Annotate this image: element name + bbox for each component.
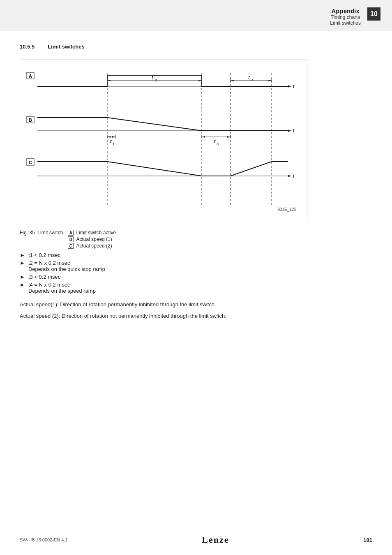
svg-text:B: B (29, 118, 32, 123)
svg-marker-40 (227, 136, 231, 138)
legend-label-a: Limit switch active (76, 230, 116, 236)
bullet-arrow-1: ► (20, 252, 25, 258)
paragraph-1: Actual speed(1): Direction of rotation p… (20, 301, 372, 309)
svg-text:t: t (293, 173, 295, 179)
footer-version: SW-HB 13.0002-EN 4.1 (20, 537, 68, 542)
svg-text:2: 2 (155, 78, 157, 82)
svg-text:4: 4 (251, 78, 254, 82)
svg-text:1: 1 (113, 142, 115, 146)
section-title: Limit switches (48, 44, 85, 50)
figure-caption: Fig. 35 Limit switch A Limit switch acti… (20, 230, 372, 249)
figure-legend: A Limit switch active B Actual speed (1)… (68, 230, 116, 249)
svg-marker-39 (202, 136, 205, 138)
legend-item-a: A Limit switch active (68, 230, 116, 236)
svg-text:3: 3 (217, 142, 219, 146)
svg-marker-10 (198, 80, 202, 81)
timing-bullets: ► t1 < 0.2 msec ► t2 = N x 0.2 msec Depe… (20, 252, 372, 294)
timing-chart-svg: A t t 2 t 4 (25, 65, 303, 213)
bullet-content-1: t1 < 0.2 msec (28, 252, 60, 258)
legend-label-b: Actual speed (1) (76, 236, 112, 242)
bullet-t4: ► t4 = N x 0.2 msec Depends on the speed… (20, 282, 372, 294)
bullet-arrow-2: ► (20, 260, 25, 266)
svg-marker-46 (288, 175, 291, 177)
section-number: 10.5.5 (20, 44, 35, 50)
bullet-content-2: t2 = N x 0.2 msec Depends on the quick s… (28, 260, 105, 272)
bullet-label-2: t2 = N x 0.2 msec (28, 260, 105, 266)
bullet-t3: ► t3 < 0.2 msec (20, 274, 372, 280)
bullet-content-3: t3 < 0.2 msec (28, 274, 60, 280)
bullet-content-4: t4 = N x 0.2 msec Depends on the speed r… (28, 282, 96, 294)
svg-text:t: t (293, 83, 295, 89)
header-title: Appendix (330, 7, 361, 14)
page-header: Appendix Timing charts Limit switches 10 (0, 0, 392, 30)
header-sub2: Limit switches (330, 20, 361, 26)
chapter-number: 10 (367, 7, 380, 21)
svg-text:t: t (214, 139, 216, 144)
svg-text:C: C (29, 160, 32, 165)
legend-key-b: B (68, 236, 74, 242)
section-heading: 10.5.5 Limit switches (20, 44, 372, 50)
bullet-t1: ► t1 < 0.2 msec (20, 252, 372, 258)
svg-marker-3 (288, 85, 291, 88)
svg-text:t: t (248, 75, 250, 81)
bullet-label-4: t4 = N x 0.2 msec (28, 282, 96, 288)
svg-marker-9 (107, 80, 111, 81)
legend-item-b: B Actual speed (1) (68, 236, 116, 242)
diagram-ref: 931E_125 (277, 207, 296, 212)
page-footer: SW-HB 13.0002-EN 4.1 Lenze 181 (0, 534, 392, 545)
header-sub1: Timing charts (330, 14, 361, 20)
figure-label: Fig. 35 Limit switch (20, 230, 63, 236)
legend-label-c: Actual speed (2) (76, 243, 112, 249)
main-content: 10.5.5 Limit switches A t t (0, 30, 392, 336)
footer-logo: Lenze (202, 534, 229, 545)
bullet-label-1: t1 < 0.2 msec (28, 252, 60, 258)
bullet-sub-2: Depends on the quick stop ramp (28, 266, 105, 272)
legend-item-c: C Actual speed (2) (68, 243, 116, 249)
header-text: Appendix Timing charts Limit switches (330, 7, 361, 26)
bullet-arrow-3: ► (20, 274, 25, 280)
svg-marker-33 (112, 136, 115, 138)
timing-diagram: A t t 2 t 4 (20, 60, 307, 223)
paragraph-2: Actual speed (2): Direction of rotation … (20, 312, 372, 320)
bullet-sub-4: Depends on the speed ramp (28, 288, 96, 294)
legend-key-a: A (68, 230, 74, 236)
legend-key-c: C (68, 243, 74, 249)
svg-marker-27 (288, 130, 291, 132)
bullet-arrow-4: ► (20, 282, 25, 288)
svg-text:t: t (152, 75, 153, 81)
footer-page: 181 (363, 537, 372, 543)
bullet-t2: ► t2 = N x 0.2 msec Depends on the quick… (20, 260, 372, 272)
svg-text:t: t (293, 128, 295, 134)
bullet-label-3: t3 < 0.2 msec (28, 274, 60, 280)
svg-text:t: t (110, 139, 112, 144)
svg-marker-32 (107, 136, 111, 138)
svg-text:A: A (29, 74, 32, 79)
